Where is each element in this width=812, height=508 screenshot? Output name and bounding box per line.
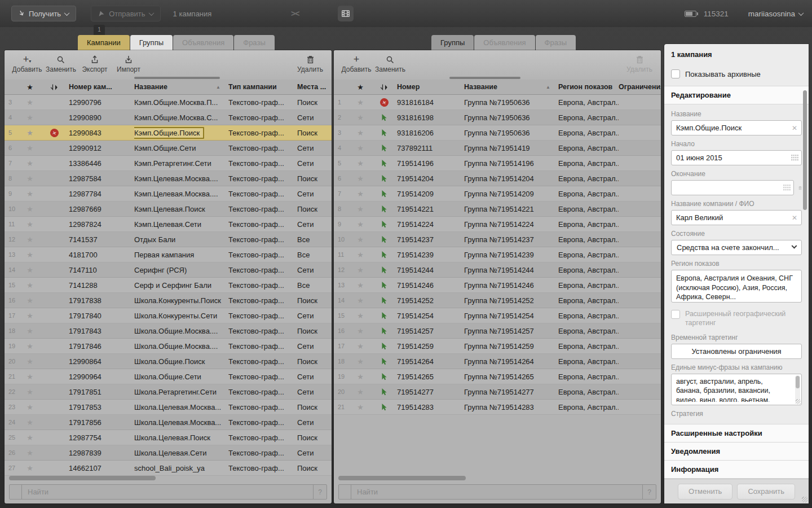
group-name-cell[interactable]: Группа №71950636 — [464, 129, 558, 137]
campaign-type-cell[interactable]: Текстово-граф... — [228, 403, 297, 411]
campaign-places-cell[interactable]: Поиск — [297, 296, 332, 305]
campaign-id-cell[interactable]: 7141537 — [69, 235, 134, 244]
campaign-row[interactable]: 3 ★ 12990796 Кэмп.Общие.Москва.П... Текс… — [5, 95, 332, 110]
media-button[interactable] — [338, 6, 354, 21]
campaign-name-cell[interactable]: Школа.Ретаргетинг.Сети — [134, 388, 228, 396]
campaign-id-cell[interactable]: 13386446 — [69, 159, 134, 168]
horizontal-scrollbar[interactable] — [338, 476, 466, 480]
campaign-id-cell[interactable]: 14662107 — [69, 464, 134, 472]
star-icon[interactable]: ★ — [20, 373, 39, 381]
clear-icon[interactable]: ✕ — [788, 124, 801, 132]
campaign-row[interactable]: 10 ★ 12987669 Кэмп.Целевая.Поиск Текстов… — [5, 202, 332, 217]
campaign-id-cell[interactable]: 17917838 — [69, 296, 134, 305]
star-icon[interactable]: ★ — [350, 312, 371, 320]
campaign-places-cell[interactable]: Сети — [297, 190, 332, 198]
group-id-cell[interactable]: 719514252 — [397, 296, 464, 305]
group-row[interactable]: 4 ★ 737892111 Группа №71951419 Европа, А… — [334, 141, 661, 156]
star-icon[interactable]: ★ — [20, 144, 39, 152]
group-row[interactable]: 19 ★ 719514265 Группа №719514265 Европа,… — [334, 369, 661, 384]
status-column-header[interactable] — [371, 84, 397, 91]
group-id-cell[interactable]: 737892111 — [397, 144, 464, 152]
campaign-row[interactable]: 6 ★ 12990912 Кэмп.Общие.Сети Текстово-гр… — [5, 141, 332, 156]
horizontal-scroll-indicator[interactable] — [449, 77, 520, 79]
campaign-row[interactable]: 27 ★ 14662107 school_Bali_poisk_ya Текст… — [5, 461, 332, 476]
star-icon[interactable]: ★ — [20, 449, 39, 457]
group-row[interactable]: 21 ★ 719514283 Группа №719514283 Европа,… — [334, 400, 661, 415]
star-icon[interactable]: ★ — [20, 205, 39, 213]
campaign-places-cell[interactable]: Сети — [297, 144, 332, 152]
star-icon[interactable]: ★ — [20, 388, 39, 396]
collapse-panels-icon[interactable]: >< — [291, 9, 299, 18]
star-icon[interactable]: ★ — [20, 433, 39, 442]
campaign-name-cell[interactable]: Школа.Общие.Сети — [134, 373, 228, 381]
star-icon[interactable]: ★ — [20, 296, 39, 305]
horizontal-scroll-indicator[interactable] — [134, 77, 220, 79]
star-icon[interactable]: ★ — [350, 144, 371, 152]
campaign-name-cell[interactable]: school_Bali_poisk_ya — [134, 464, 228, 472]
campaign-row[interactable]: 11 ★ 12987824 Кэмп.Целевая.Сети Текстово… — [5, 217, 332, 232]
campaign-places-cell[interactable]: Поиск — [297, 433, 332, 442]
vertical-scrollbar[interactable] — [803, 90, 807, 210]
group-row[interactable]: 12 ★ 719514244 Группа №719514244 Европа,… — [334, 262, 661, 278]
campaign-type-cell[interactable]: Текстово-граф... — [228, 98, 297, 107]
group-name-cell[interactable]: Группа №719514239 — [464, 251, 558, 259]
campaign-name-cell[interactable]: Школа.Целевая.Москва... — [134, 418, 228, 427]
export-button[interactable]: Экспорт — [78, 54, 112, 80]
campaign-id-cell[interactable]: 12987824 — [69, 220, 134, 229]
star-icon[interactable]: ★ — [350, 235, 371, 244]
campaign-type-cell[interactable]: Текстово-граф... — [228, 464, 297, 472]
group-row[interactable]: 14 ★ 719514252 Группа №719514252 Европа,… — [334, 293, 661, 308]
group-id-cell[interactable]: 719514259 — [397, 342, 464, 351]
campaign-type-cell[interactable]: Текстово-граф... — [228, 190, 297, 198]
end-date-field[interactable] — [672, 183, 780, 192]
star-icon[interactable]: ★ — [350, 205, 371, 213]
group-id-cell[interactable]: 719514257 — [397, 327, 464, 335]
campaign-name-cell[interactable]: Кэмп.Целевая.Поиск — [134, 205, 228, 213]
campaign-name-cell[interactable]: Школа.Целевая.Поиск — [134, 433, 228, 442]
group-row[interactable]: 5 ★ 719514196 Группа №719514196 Европа, … — [334, 156, 661, 171]
campaign-id-cell[interactable]: 4181700 — [69, 251, 134, 259]
clear-date-trash-icon[interactable] — [798, 184, 802, 192]
group-region-cell[interactable]: Европа, Австрал... — [558, 296, 619, 305]
star-icon[interactable]: ★ — [20, 251, 39, 259]
column-number[interactable]: Номер кам... — [69, 83, 134, 91]
campaign-places-cell[interactable]: Все — [297, 251, 332, 259]
group-id-cell[interactable]: 931816206 — [397, 129, 464, 137]
group-id-cell[interactable]: 719514224 — [397, 220, 464, 229]
star-icon[interactable]: ★ — [350, 220, 371, 229]
campaign-type-cell[interactable]: Текстово-граф... — [228, 373, 297, 381]
star-icon[interactable]: ★ — [350, 388, 371, 396]
campaign-id-cell[interactable]: 12987754 — [69, 433, 134, 442]
group-region-cell[interactable]: Европа, Австрал... — [558, 144, 619, 152]
group-id-cell[interactable]: 719514221 — [397, 205, 464, 213]
star-icon[interactable]: ★ — [350, 357, 371, 366]
campaign-type-cell[interactable]: Текстово-граф... — [228, 235, 297, 244]
star-icon[interactable]: ★ — [350, 281, 371, 290]
star-icon[interactable]: ★ — [20, 235, 39, 244]
search-help-button[interactable]: ? — [642, 485, 656, 499]
group-region-cell[interactable]: Европа, Австрал... — [558, 312, 619, 320]
star-icon[interactable]: ★ — [350, 129, 371, 137]
campaign-name-cell[interactable]: Кэмп.Целевая.Москва.... — [134, 174, 228, 183]
campaign-places-cell[interactable]: Сети — [297, 449, 332, 457]
campaign-row[interactable]: 20 ★ 12990864 Школа.Общие.Поиск Текстово… — [5, 354, 332, 369]
group-name-cell[interactable]: Группа №719514283 — [464, 403, 558, 411]
group-region-cell[interactable]: Европа, Австрал... — [558, 190, 619, 198]
group-name-cell[interactable]: Группа №719514277 — [464, 388, 558, 396]
star-icon[interactable]: ★ — [350, 98, 371, 107]
campaign-name-cell[interactable]: Школа.Общие.Поиск — [134, 357, 228, 366]
group-row[interactable]: 18 ★ 719514264 Группа №719514264 Европа,… — [334, 354, 661, 369]
group-name-cell[interactable]: Группа №719514196 — [464, 159, 558, 168]
star-icon[interactable]: ★ — [350, 342, 371, 351]
group-name-cell[interactable]: Группа №719514252 — [464, 296, 558, 305]
column-type[interactable]: Тип кампании — [228, 83, 297, 91]
campaign-type-cell[interactable]: Текстово-граф... — [228, 449, 297, 457]
star-icon[interactable]: ★ — [350, 327, 371, 335]
group-row[interactable]: 16 ★ 719514257 Группа №719514257 Европа,… — [334, 323, 661, 339]
group-row[interactable]: 6 ★ 719514204 Группа №719514204 Европа, … — [334, 171, 661, 186]
star-icon[interactable]: ★ — [350, 296, 371, 305]
campaign-places-cell[interactable]: Поиск — [297, 464, 332, 472]
campaign-id-cell[interactable]: 7147110 — [69, 266, 134, 274]
campaign-type-cell[interactable]: Текстово-граф... — [228, 205, 297, 213]
tab-ads[interactable]: Объявления — [474, 35, 535, 50]
